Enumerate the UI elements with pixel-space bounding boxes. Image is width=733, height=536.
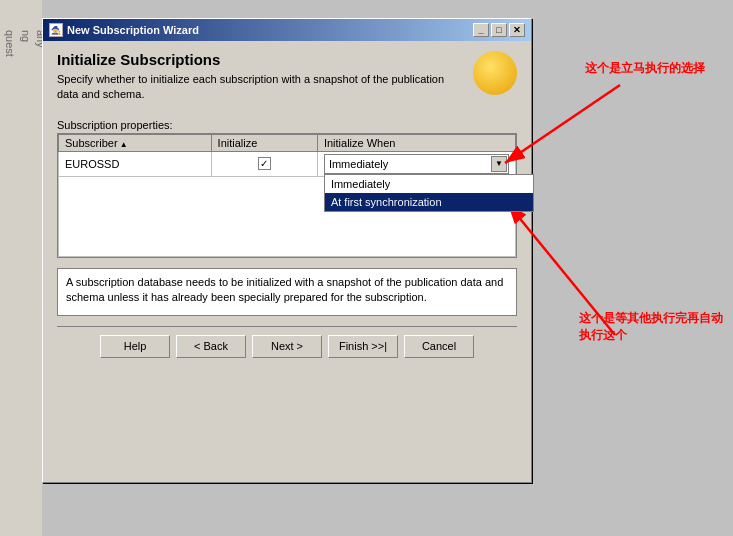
subscription-table: Subscriber Initialize Initialize When EU… [58,134,516,177]
maximize-button[interactable]: □ [491,23,507,37]
dialog-title: New Subscription Wizard [67,24,199,36]
col-initialize: Initialize [211,134,317,151]
dropdown-menu: Immediately At first synchronization [324,174,534,212]
cancel-button[interactable]: Cancel [404,335,474,358]
col-initialize-when: Initialize When [317,134,515,151]
back-button[interactable]: < Back [176,335,246,358]
title-bar-controls: _ □ ✕ [473,23,525,37]
subscription-properties-box: Subscriber Initialize Initialize When EU… [57,133,517,258]
initialize-checkbox[interactable]: ✓ [258,157,271,170]
dropdown-arrow-icon[interactable]: ▼ [491,156,507,172]
annotation-bottom: 这个是等其他执行完再自动 执行这个 [579,310,723,344]
subscription-properties-label: Subscription properties: [57,115,517,133]
button-row: Help < Back Next > Finish >>| Cancel [57,326,517,362]
help-button[interactable]: Help [100,335,170,358]
title-bar: 🧙 New Subscription Wizard _ □ ✕ [43,19,531,41]
dropdown-option-at-first-sync[interactable]: At first synchronization [325,193,533,211]
next-button[interactable]: Next > [252,335,322,358]
initialize-when-cell: Immediately ▼ Immediately At first synch… [317,151,515,176]
table-body: EUROSSD ✓ Immediately ▼ Imm [59,151,516,176]
title-bar-left: 🧙 New Subscription Wizard [49,23,199,37]
initialize-cell[interactable]: ✓ [211,151,317,176]
col-subscriber[interactable]: Subscriber [59,134,212,151]
dialog-window: 🧙 New Subscription Wizard _ □ ✕ Initiali… [42,18,532,483]
wizard-icon: 🧙 [49,23,63,37]
minimize-button[interactable]: _ [473,23,489,37]
dropdown-selected-value[interactable]: Immediately ▼ [324,154,509,174]
annotation-top: 这个是立马执行的选择 [585,60,705,77]
sidebar-background: commercial any ng quest [0,0,42,536]
description-box: A subscription database needs to be init… [57,268,517,316]
finish-button[interactable]: Finish >>| [328,335,398,358]
close-button[interactable]: ✕ [509,23,525,37]
header-icon [469,51,517,99]
wizard-hat-icon [473,51,517,95]
table-header: Subscriber Initialize Initialize When [59,134,516,151]
dialog-body: Initialize Subscriptions Specify whether… [43,41,531,372]
subscriber-cell: EUROSSD [59,151,212,176]
table-row: EUROSSD ✓ Immediately ▼ Imm [59,151,516,176]
header-text: Initialize Subscriptions Specify whether… [57,51,459,103]
header-title: Initialize Subscriptions [57,51,459,68]
header-description: Specify whether to initialize each subsc… [57,72,459,103]
header-section: Initialize Subscriptions Specify whether… [57,51,517,103]
dropdown-option-immediately[interactable]: Immediately [325,175,533,193]
initialize-when-dropdown: Immediately ▼ Immediately At first synch… [324,154,509,174]
